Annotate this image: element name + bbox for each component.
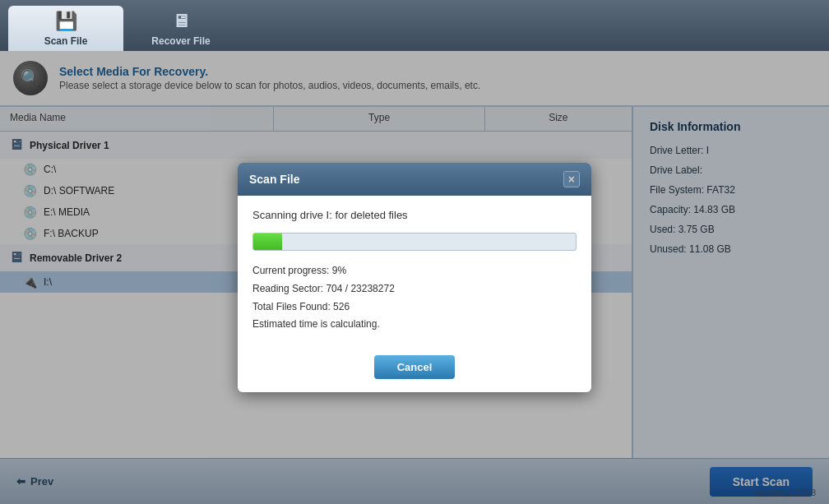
modal-title: Scan File (249, 173, 299, 186)
modal-overlay: Scan File × Scanning drive I: for delete… (0, 51, 829, 504)
cancel-button[interactable]: Cancel (374, 355, 456, 379)
modal-subtitle: Scanning drive I: for deleted files (252, 209, 577, 221)
tab-recover-file[interactable]: 🖥 Recover File (123, 6, 239, 51)
tab-recover-file-label: Recover File (151, 35, 210, 47)
modal-header: Scan File × (238, 163, 591, 196)
modal-body: Scanning drive I: for deleted files Curr… (238, 196, 591, 346)
modal-footer: Cancel (238, 347, 591, 392)
estimated-time-label: Estimated time is calculating. (252, 316, 577, 334)
progress-info: Current progress: 9% Reading Sector: 704… (252, 262, 577, 333)
scan-file-icon: 💾 (55, 11, 77, 32)
current-progress-label: Current progress: 9% (252, 262, 577, 280)
tab-scan-file[interactable]: 💾 Scan File (8, 6, 123, 51)
progress-bar-fill (253, 234, 282, 250)
tab-scan-file-label: Scan File (44, 35, 88, 47)
recover-file-icon: 🖥 (172, 11, 190, 32)
scan-file-modal: Scan File × Scanning drive I: for delete… (238, 163, 591, 391)
reading-sector-label: Reading Sector: 704 / 23238272 (252, 280, 577, 298)
progress-bar-background (252, 233, 577, 251)
tab-bar: 💾 Scan File 🖥 Recover File (0, 0, 829, 51)
total-files-label: Total Files Found: 526 (252, 298, 577, 317)
modal-close-button[interactable]: × (563, 171, 580, 187)
